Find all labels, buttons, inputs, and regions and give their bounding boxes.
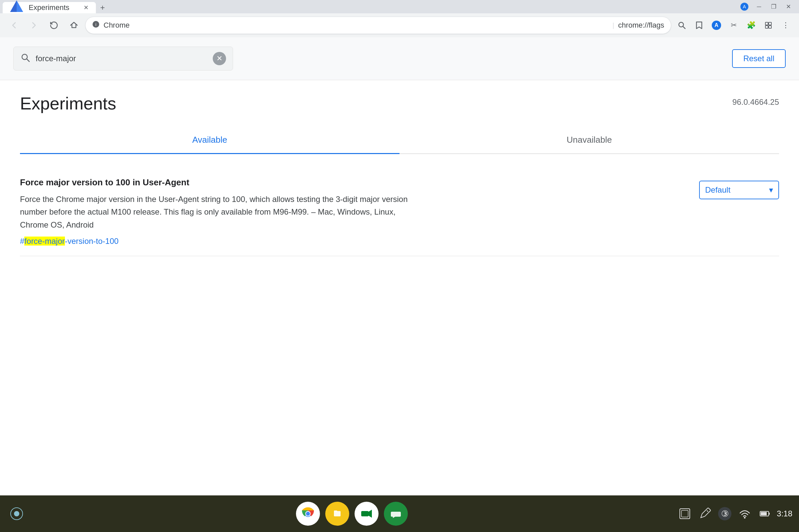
page-content: ✕ Reset all Experiments 96.0.4664.25 Ava… xyxy=(0,37,799,495)
search-icon[interactable] xyxy=(674,17,690,33)
window-controls: A ─ ❐ ✕ xyxy=(738,2,795,11)
taskbar: ③ 3:18 xyxy=(0,495,799,532)
svg-line-16 xyxy=(26,59,29,61)
svg-text:A: A xyxy=(714,22,719,28)
back-button[interactable] xyxy=(5,17,23,34)
tab-available[interactable]: Available xyxy=(20,127,400,154)
svg-point-22 xyxy=(306,512,310,516)
taskbar-app-chat[interactable] xyxy=(384,502,408,526)
svg-rect-36 xyxy=(769,513,770,515)
flag-title: Force major version to 100 in User-Agent xyxy=(20,177,420,188)
active-tab[interactable]: Experiments ✕ xyxy=(3,2,96,13)
title-bar: Experiments ✕ + A ─ ❐ ✕ xyxy=(0,0,799,13)
address-brand: Chrome xyxy=(104,21,609,30)
taskbar-right: ③ 3:18 xyxy=(677,506,792,522)
svg-rect-13 xyxy=(765,26,768,28)
flag-anchor-link[interactable]: #force-major-version-to-100 xyxy=(20,236,118,246)
flags-tabs: Available Unavailable xyxy=(20,127,779,154)
wifi-icon[interactable] xyxy=(737,506,753,522)
forward-button[interactable] xyxy=(25,17,43,34)
flags-main: Experiments 96.0.4664.25 Available Unava… xyxy=(0,80,799,269)
version-text: 96.0.4664.25 xyxy=(732,97,779,107)
svg-line-8 xyxy=(683,26,686,29)
maximize-button[interactable]: ❐ xyxy=(767,2,780,11)
flag-dropdown-wrapper: Default ▾ xyxy=(699,177,779,199)
svg-text:A: A xyxy=(743,4,746,9)
flag-description: Force the Chrome major version in the Us… xyxy=(20,193,420,231)
address-bar[interactable]: i Chrome | chrome://flags xyxy=(85,17,671,34)
bookmark-icon[interactable] xyxy=(691,17,707,33)
menu-icon[interactable]: ⋮ xyxy=(778,17,794,33)
svg-rect-31 xyxy=(682,510,688,517)
search-input[interactable] xyxy=(36,54,207,63)
screenshot-icon[interactable] xyxy=(677,506,693,522)
tab-close-button[interactable]: ✕ xyxy=(81,3,91,12)
flag-link-suffix: -version-to-100 xyxy=(65,236,118,246)
svg-rect-11 xyxy=(765,22,768,25)
nav-bar: i Chrome | chrome://flags A ✂ 🧩 ⋮ xyxy=(0,13,799,37)
flags-header: Experiments 96.0.4664.25 xyxy=(20,94,779,113)
svg-text:i: i xyxy=(95,22,96,27)
taskbar-left xyxy=(7,504,26,524)
svg-rect-27 xyxy=(361,511,369,516)
page-title: Experiments xyxy=(20,94,116,113)
svg-rect-25 xyxy=(334,510,337,512)
badge-count: ③ xyxy=(718,507,731,520)
flag-dropdown-arrow-icon: ▾ xyxy=(769,185,773,195)
flag-link-prefix: # xyxy=(20,236,24,246)
tab-unavailable[interactable]: Unavailable xyxy=(400,127,779,154)
scissors-icon[interactable]: ✂ xyxy=(726,17,742,33)
close-button[interactable]: ✕ xyxy=(782,2,795,11)
notification-badge[interactable]: ③ xyxy=(717,506,733,522)
svg-rect-12 xyxy=(769,22,772,25)
taskbar-app-meet[interactable] xyxy=(355,502,378,526)
svg-point-18 xyxy=(14,511,19,516)
pen-icon[interactable] xyxy=(697,506,713,522)
search-magnifier-icon xyxy=(20,53,30,65)
battery-icon xyxy=(757,506,773,522)
tab-favicon xyxy=(8,0,25,16)
profile-circle-icon[interactable]: A xyxy=(708,17,724,33)
home-button[interactable] xyxy=(65,17,82,34)
flags-search-area: ✕ Reset all xyxy=(0,37,799,80)
flag-info: Force major version to 100 in User-Agent… xyxy=(20,177,420,246)
svg-rect-14 xyxy=(769,26,772,28)
security-icon: i xyxy=(92,21,99,30)
taskbar-app-files[interactable] xyxy=(325,502,349,526)
svg-point-33 xyxy=(744,517,746,519)
flag-dropdown-value: Default xyxy=(705,185,730,195)
svg-rect-35 xyxy=(761,512,767,515)
address-separator: | xyxy=(613,22,614,29)
new-tab-button[interactable]: + xyxy=(96,2,109,13)
svg-marker-1 xyxy=(10,0,17,12)
svg-line-32 xyxy=(707,510,708,512)
flag-dropdown[interactable]: Default ▾ xyxy=(699,180,779,199)
taskbar-time: 3:18 xyxy=(777,509,792,518)
profile-dot-icon: A xyxy=(738,2,751,11)
toolbar-icons: A ✂ 🧩 ⋮ xyxy=(674,17,794,33)
taskbar-center xyxy=(26,502,677,526)
extension2-icon[interactable] xyxy=(760,17,776,33)
tab-title: Experiments xyxy=(29,3,78,12)
minimize-button[interactable]: ─ xyxy=(752,2,766,11)
taskbar-app-chrome[interactable] xyxy=(296,502,320,526)
clear-search-button[interactable]: ✕ xyxy=(213,52,226,65)
puzzle-icon[interactable]: 🧩 xyxy=(743,17,759,33)
taskbar-launcher[interactable] xyxy=(7,504,26,524)
reset-all-button[interactable]: Reset all xyxy=(732,49,786,68)
flag-item: Force major version to 100 in User-Agent… xyxy=(20,167,779,256)
address-url: chrome://flags xyxy=(618,21,664,30)
flag-link-highlight: force-major xyxy=(24,236,64,246)
search-box[interactable]: ✕ xyxy=(13,46,233,71)
reload-button[interactable] xyxy=(45,17,62,34)
